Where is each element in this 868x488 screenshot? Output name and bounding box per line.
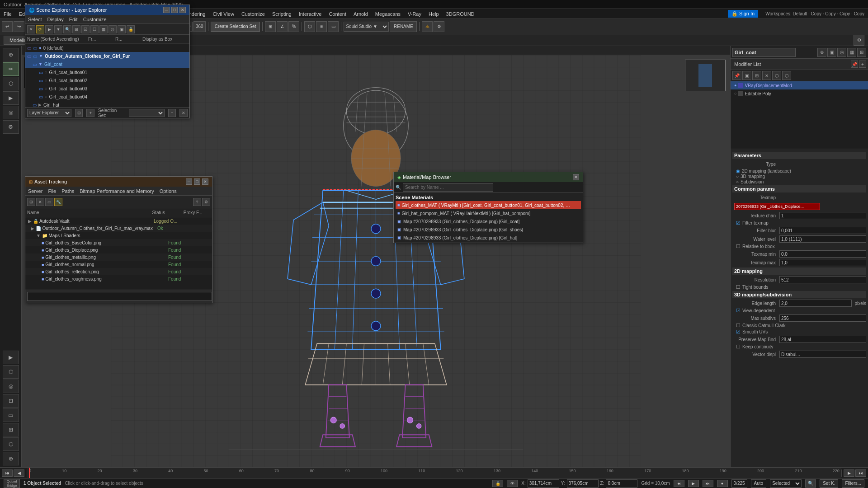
se-menu-display[interactable]: Display xyxy=(47,17,64,22)
asset-toolbar-btn4[interactable]: 🔧 xyxy=(54,198,62,206)
scene-explorer-titlebar[interactable]: 🌐 Scene Explorer - Layer Explorer ─ □ ✕ xyxy=(25,5,189,15)
sidebar-create-icon[interactable]: ⊕ xyxy=(3,48,19,61)
mat-item-map-shoes[interactable]: ▣ Map #2070298933 (Girl_clothes_Dicplace… xyxy=(396,225,581,234)
scene-explorer-close[interactable]: ✕ xyxy=(179,7,186,13)
se-uncheck-icon[interactable]: ☐ xyxy=(90,25,99,33)
sidebar-expand-icon[interactable]: ▶ xyxy=(3,351,19,364)
rename-btn[interactable]: RENAME xyxy=(390,21,417,32)
texmap-min-field[interactable] xyxy=(779,250,866,258)
radio-2d-mapping[interactable]: ◉ 2D mapping (landscape) xyxy=(736,169,866,174)
water-level-field[interactable] xyxy=(779,235,866,243)
asset-toolbar-btn3[interactable]: ▭ xyxy=(45,198,53,206)
modifier-add-icon[interactable]: + xyxy=(859,61,866,68)
asset-path-input[interactable] xyxy=(27,292,212,301)
modifier-vray-displacement[interactable]: ● VRayDisplacementMod xyxy=(731,81,868,89)
classic-catmull-check[interactable]: ☐ xyxy=(736,323,741,328)
menu-customize[interactable]: Customize xyxy=(241,11,265,17)
status-lock-btn[interactable]: 🔒 xyxy=(492,480,503,487)
modifier-icon-sel[interactable]: ▣ xyxy=(742,71,751,80)
radio-3d-mapping[interactable]: ○ 3D mapping xyxy=(736,174,866,179)
asset-toolbar-btn1[interactable]: ⊞ xyxy=(27,198,35,206)
asset-maximize-btn[interactable]: □ xyxy=(194,178,200,185)
align-btn[interactable]: ≡ xyxy=(316,21,327,32)
se-layer-explorer-dropdown[interactable]: Layer Explorer xyxy=(27,109,71,117)
sidebar-hierarchy-icon[interactable]: ⬡ xyxy=(3,77,19,90)
menu-content[interactable]: Content xyxy=(329,11,346,17)
tree-item-girl-coat[interactable]: ▭ ▼ Girl_coat xyxy=(25,60,189,68)
texture-chan-field[interactable] xyxy=(779,212,866,219)
asset-row-reflection[interactable]: ■ Girl_clothes_reflection.png Found xyxy=(25,268,212,275)
modifier-editable-poly[interactable]: ○ Editable Poly xyxy=(731,89,868,98)
rp-render-icon[interactable]: ▣ xyxy=(827,48,836,57)
asset-row-metallic[interactable]: ■ Girl_clothes_metallic.png Found xyxy=(25,253,212,261)
resolution-field[interactable] xyxy=(779,276,866,283)
percent-snap-btn[interactable]: % xyxy=(288,21,299,32)
play-btn[interactable]: ▶ xyxy=(688,480,699,487)
menu-civil-view[interactable]: Civil View xyxy=(212,11,234,17)
se-footer-btn1[interactable]: ⊞ xyxy=(75,109,83,117)
tight-bounds-check[interactable]: ☐ xyxy=(736,284,741,290)
se-menu-edit[interactable]: Edit xyxy=(69,17,78,22)
menu-scripting[interactable]: Scripting xyxy=(272,11,292,17)
asset-toolbar-btn2[interactable]: ✕ xyxy=(36,198,44,206)
asset-scroll-area[interactable]: ▶ 🔒 Autodesk Vault Logged O... ▶ 📄 Outdo… xyxy=(25,217,212,290)
tree-item-layer0[interactable]: ▭ ▭ ● 0 (default) xyxy=(25,44,189,52)
y-coord-field[interactable] xyxy=(567,479,599,488)
modifier-icon-copy[interactable]: ⬡ xyxy=(772,71,781,80)
z-coord-field[interactable] xyxy=(606,479,637,488)
modifier-icon-cfg[interactable]: ⊞ xyxy=(752,71,761,80)
selected-dropdown[interactable]: Selected xyxy=(770,479,802,488)
common-params-title[interactable]: Common params xyxy=(732,185,866,192)
se-refresh-icon[interactable]: ⟳ xyxy=(36,25,44,33)
se-menu-select[interactable]: Select xyxy=(28,17,42,22)
menu-3dground[interactable]: 3DGROUND xyxy=(446,11,475,17)
se-sel-set-del[interactable]: ✕ xyxy=(179,109,188,117)
modifier-pin-icon[interactable]: 📌 xyxy=(851,61,858,68)
asset-menu-bitmap[interactable]: Bitmap Performance and Memory xyxy=(80,188,154,194)
redo-btn[interactable]: ↪ xyxy=(14,21,24,32)
scene-explorer-minimize[interactable]: ─ xyxy=(163,7,170,13)
se-expand-icon[interactable]: ▶ xyxy=(45,25,53,33)
texmap-value-field[interactable]: 2070298933 (Girl_clothes_Dicplace... xyxy=(734,203,820,210)
menu-megascans[interactable]: Megascans xyxy=(375,11,401,17)
modifier-icon-pin[interactable]: 📌 xyxy=(732,71,741,80)
sidebar-bottom2-icon[interactable]: ◎ xyxy=(3,380,19,393)
se-lock-icon[interactable]: 🔒 xyxy=(127,25,135,33)
asset-row-normal[interactable]: ■ Girl_clothes_normal.png Found xyxy=(25,261,212,268)
angle-snap-btn[interactable]: 360 xyxy=(193,21,206,32)
sidebar-modify-icon[interactable]: ✏ xyxy=(3,62,19,76)
scene-explorer-maximize[interactable]: □ xyxy=(171,7,178,13)
se-filter-icon[interactable]: ▦ xyxy=(99,25,108,33)
timeline-prev-btn[interactable]: ◀ xyxy=(14,469,24,477)
asset-tracking-titlebar[interactable]: ⊞ Asset Tracking ─ □ ✕ xyxy=(25,177,212,187)
se-select-all-icon[interactable]: ⊞ xyxy=(72,25,80,33)
record-btn[interactable]: ● xyxy=(717,480,728,487)
rp-env-icon[interactable]: ◎ xyxy=(837,48,846,57)
mat-item-map-coat[interactable]: ▣ Map #2070298933 (Girl_clothes_Dicplace… xyxy=(396,217,581,225)
rp-render-queue-icon[interactable]: ▦ xyxy=(847,48,856,57)
se-display-icon[interactable]: ◎ xyxy=(108,25,117,33)
object-name-field[interactable] xyxy=(732,48,796,57)
set-key-btn[interactable]: Set K. xyxy=(820,479,838,488)
asset-minimize-btn[interactable]: ─ xyxy=(186,178,192,185)
layer-btn[interactable]: ▭ xyxy=(328,21,339,32)
menu-arnold[interactable]: Arnold xyxy=(354,11,368,17)
tree-item-button03[interactable]: ▭ ○ Girl_coat_button03 xyxy=(25,84,189,93)
se-find-icon[interactable]: 🔍 xyxy=(63,25,71,33)
next-frame-btn[interactable]: ⏭ xyxy=(703,480,713,487)
params-group-title[interactable]: Parameters xyxy=(732,152,866,159)
max-subdivs-field[interactable] xyxy=(779,314,866,322)
se-sel-set-btn[interactable]: + xyxy=(168,109,176,117)
asset-close-btn[interactable]: ✕ xyxy=(202,178,208,185)
prev-frame-btn[interactable]: ⏮ xyxy=(674,480,684,487)
snap-toggle-btn[interactable]: ⊞ xyxy=(265,21,276,32)
tree-item-button01[interactable]: ▭ ○ Girl_coat_button01 xyxy=(25,68,189,76)
keep-continuity-check[interactable]: ☐ xyxy=(736,344,741,350)
asset-menu-file[interactable]: File xyxy=(48,188,56,194)
mat-item-map-hat[interactable]: ▣ Map #2070298933 (Girl_clothes_Dicplace… xyxy=(396,234,581,242)
rp-create-icon[interactable]: ⊕ xyxy=(817,48,826,57)
view-dependent-check[interactable]: ☑ xyxy=(736,308,741,314)
mode-settings-btn[interactable]: ⚙ xyxy=(854,35,864,46)
smooth-uvs-check[interactable]: ☑ xyxy=(736,329,741,335)
se-render-icon[interactable]: ▣ xyxy=(118,25,126,33)
